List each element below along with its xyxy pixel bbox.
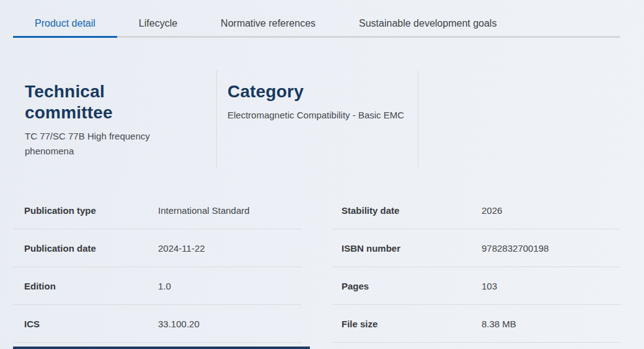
table-row: Publication date 2024-11-22	[13, 229, 302, 267]
detail-value: 9782832700198	[482, 243, 549, 254]
detail-label: Stability date	[342, 205, 482, 216]
detail-value: 2026	[482, 205, 502, 216]
detail-value: 8.38 MB	[482, 319, 516, 329]
detail-label: Publication type	[24, 205, 158, 216]
technical-committee-section: Technical committee TC 77/SC 77B High fr…	[25, 81, 177, 159]
details-table-left: Publication type International Standard …	[13, 192, 302, 343]
detail-label: ICS	[24, 319, 158, 329]
table-row: File size 8.38 MB	[332, 305, 620, 343]
technical-committee-title: Technical committee	[25, 81, 177, 123]
table-row: Stability date 2026	[332, 192, 620, 229]
table-row: ICS 33.100.20	[13, 305, 302, 343]
detail-value: 103	[482, 281, 497, 291]
tab-sustainable-development-goals[interactable]: Sustainable development goals	[337, 9, 518, 38]
detail-label: File size	[342, 319, 482, 329]
category-section: Category Electromagnetic Compatibility -…	[227, 81, 407, 123]
technical-committee-text: TC 77/SC 77B High frequency phenomena	[25, 129, 177, 159]
detail-label: Pages	[342, 281, 482, 291]
tab-lifecycle[interactable]: Lifecycle	[117, 9, 199, 38]
table-row: Edition 1.0	[13, 267, 302, 305]
detail-value: 1.0	[158, 281, 171, 291]
tab-normative-references[interactable]: Normative references	[199, 9, 337, 38]
detail-value: 2024-11-22	[158, 243, 205, 254]
tab-bar: Product detail Lifecycle Normative refer…	[13, 9, 620, 38]
tab-product-detail[interactable]: Product detail	[13, 9, 117, 38]
table-row: Pages 103	[332, 267, 620, 305]
table-row: ISBN number 9782832700198	[332, 229, 620, 267]
details-table-right: Stability date 2026 ISBN number 97828327…	[332, 192, 620, 343]
category-title: Category	[227, 81, 407, 102]
detail-value: International Standard	[158, 205, 250, 216]
vertical-divider	[418, 70, 418, 167]
detail-label: Publication date	[24, 243, 158, 254]
table-row: Publication type International Standard	[13, 192, 302, 229]
vertical-divider	[216, 70, 217, 167]
detail-label: Edition	[24, 281, 158, 291]
detail-value: 33.100.20	[158, 319, 200, 329]
category-text: Electromagnetic Compatibility - Basic EM…	[227, 108, 407, 123]
next-section-top-edge	[13, 347, 310, 349]
detail-label: ISBN number	[342, 243, 482, 254]
